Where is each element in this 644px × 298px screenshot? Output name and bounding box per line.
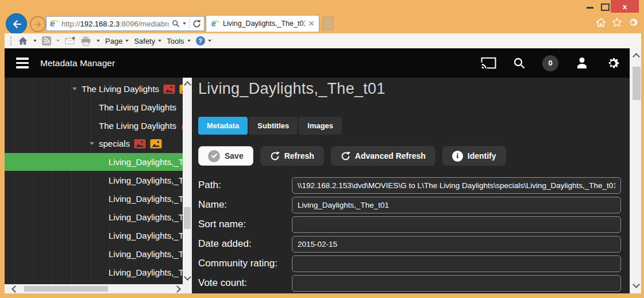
tree-item[interactable]: The Living Daylights <box>5 98 183 116</box>
mail-icon[interactable] <box>65 37 75 45</box>
advanced-refresh-button[interactable]: Advanced Refresh <box>331 146 435 166</box>
browser-settings-gear-icon[interactable] <box>627 17 639 28</box>
browser-tab[interactable]: e Living_Daylights,_The_t01 ✕ <box>206 15 319 32</box>
scrollbar-thumb[interactable] <box>633 67 641 100</box>
tree-item-label: Living_Daylights,_T <box>109 249 183 259</box>
address-dropdown-icon[interactable] <box>183 22 186 25</box>
tree-item-selected[interactable]: Living_Daylights,_T <box>5 153 183 171</box>
safety-menu-label: Safety <box>134 37 155 45</box>
tree-item[interactable]: Living_Daylights,_T <box>5 208 183 226</box>
page-caret-icon <box>125 40 129 42</box>
home-icon[interactable] <box>595 17 607 28</box>
scrollbar-thumb[interactable] <box>24 286 108 292</box>
name-input[interactable] <box>292 197 621 213</box>
help-caret-icon <box>208 40 211 42</box>
metadata-editor: Living_Daylights,_The_t01 Metadata Subti… <box>192 78 630 293</box>
rss-dropdown-icon[interactable] <box>56 40 60 42</box>
tab-subtitles[interactable]: Subtitles <box>249 117 298 135</box>
scroll-left-icon[interactable] <box>11 285 19 293</box>
app-title: Metadata Manager <box>40 58 115 68</box>
tree-item[interactable]: specials <box>5 135 183 152</box>
scroll-up-icon[interactable] <box>633 53 640 60</box>
url-protocol: http:// <box>61 20 80 28</box>
tree-item[interactable]: Living_Daylights,_T <box>5 263 183 281</box>
path-input[interactable] <box>292 177 621 194</box>
window-border <box>641 48 644 298</box>
scroll-up-icon[interactable] <box>184 81 191 89</box>
tree-item[interactable]: Living_Daylights,_T <box>5 227 183 244</box>
tree-item-label: Living_Daylights,_T <box>109 212 183 222</box>
save-label: Save <box>225 151 244 161</box>
page-menu[interactable]: Page <box>105 37 129 45</box>
vote-count-input[interactable] <box>292 275 621 292</box>
tab-metadata[interactable]: Metadata <box>198 117 248 135</box>
settings-gear-icon[interactable] <box>606 56 620 71</box>
tree-item-label: Living_Daylights,_T <box>109 157 183 167</box>
new-tab-button[interactable] <box>322 17 333 30</box>
tab-images[interactable]: Images <box>299 117 342 135</box>
community-rating-label: Community rating: <box>198 258 277 269</box>
help-menu[interactable]: ? <box>196 36 211 45</box>
print-dropdown-icon[interactable] <box>97 40 100 42</box>
toolbar-grip[interactable] <box>10 36 13 45</box>
field-row-sort-name: Sort name: <box>198 216 621 233</box>
back-button[interactable] <box>6 13 27 35</box>
window-border <box>0 293 644 298</box>
tree-item[interactable]: Living_Daylights,_T <box>5 245 183 263</box>
tools-menu-label: Tools <box>167 37 184 45</box>
divider <box>189 19 190 28</box>
action-buttons: Save Refresh Advanced Refresh i Identify <box>198 146 506 166</box>
sidebar-horizontal-scrollbar[interactable] <box>5 284 192 293</box>
home-dropdown-icon[interactable] <box>33 40 37 42</box>
close-button[interactable]: x <box>611 0 639 13</box>
favorites-star-icon[interactable] <box>611 17 623 28</box>
close-icon: x <box>623 2 627 11</box>
notifications-badge[interactable]: 0 <box>542 55 558 71</box>
tree-item[interactable]: The Living Daylights <box>5 117 183 135</box>
url-path: :8096/mediabrowse <box>119 20 169 28</box>
forward-button[interactable] <box>30 16 46 32</box>
menu-hamburger-icon[interactable] <box>16 58 29 68</box>
tree-item[interactable]: Living_Daylights,_T <box>5 171 183 189</box>
search-address-icon[interactable] <box>172 20 180 28</box>
maximize-icon[interactable] <box>601 3 610 11</box>
scroll-right-icon[interactable] <box>173 285 181 293</box>
address-bar[interactable]: e http://192.168.2.3:8096/mediabrowse <box>46 16 205 31</box>
scroll-down-icon[interactable] <box>633 281 640 288</box>
identify-button[interactable]: i Identify <box>442 146 506 166</box>
tree-item[interactable]: Living_Daylights,_T <box>5 190 183 208</box>
home-page-icon[interactable] <box>18 36 28 46</box>
tree-item[interactable]: The Living Daylights <box>5 80 183 98</box>
command-bar: Page Safety Tools ? <box>5 33 641 48</box>
cast-icon[interactable] <box>481 56 496 70</box>
tab-close-icon[interactable]: ✕ <box>308 20 314 28</box>
refresh-label: Refresh <box>284 151 314 161</box>
collapse-arrow-icon[interactable] <box>72 87 77 90</box>
page-title: Living_Daylights,_The_t01 <box>198 80 385 98</box>
check-icon <box>208 150 220 162</box>
user-icon[interactable] <box>575 56 589 70</box>
page-vertical-scrollbar[interactable] <box>630 48 641 293</box>
search-icon[interactable] <box>513 57 526 70</box>
print-icon[interactable] <box>80 36 91 46</box>
scroll-down-icon[interactable] <box>184 273 191 281</box>
community-rating-input[interactable] <box>292 255 621 272</box>
sidebar-vertical-scrollbar[interactable] <box>183 78 192 284</box>
page-refresh-icon[interactable] <box>192 20 201 28</box>
image-icon-orange <box>150 139 162 148</box>
refresh-button[interactable]: Refresh <box>260 146 324 166</box>
tools-menu[interactable]: Tools <box>167 37 190 45</box>
scrollbar-thumb[interactable] <box>184 207 191 229</box>
sort-name-label: Sort name: <box>198 219 246 230</box>
forward-icon <box>34 20 43 29</box>
date-added-input[interactable] <box>292 236 621 253</box>
date-added-label: Date added: <box>198 238 252 250</box>
rss-feed-icon[interactable] <box>42 36 51 45</box>
url-text[interactable]: http://192.168.2.3:8096/mediabrowse <box>61 20 169 28</box>
minimize-icon[interactable] <box>587 7 593 9</box>
save-button[interactable]: Save <box>198 146 253 166</box>
sort-name-input[interactable] <box>292 216 621 233</box>
safety-menu[interactable]: Safety <box>134 37 161 45</box>
collapse-arrow-icon[interactable] <box>90 142 94 145</box>
identify-label: Identify <box>468 151 496 161</box>
